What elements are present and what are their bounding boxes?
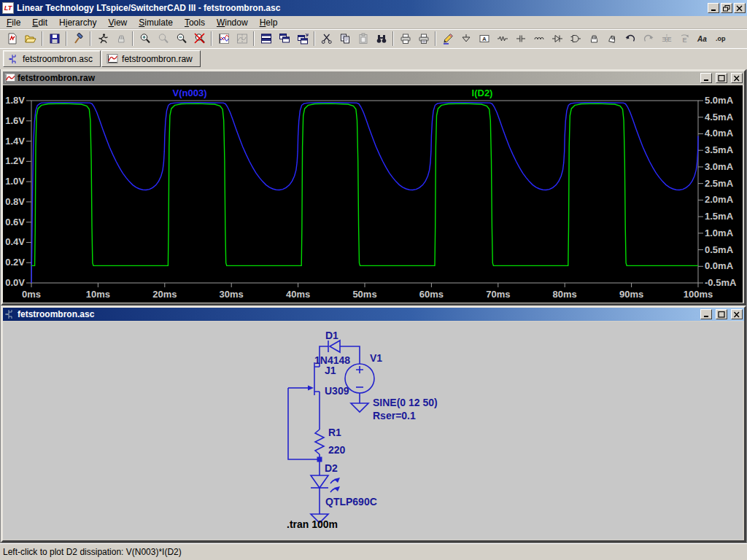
- x-tick-label: 80ms: [553, 289, 577, 300]
- schematic-wires[interactable]: [288, 346, 360, 514]
- menu-simulate[interactable]: Simulate: [133, 16, 179, 29]
- toolbar-separator: [42, 31, 43, 46]
- waveform-window-title-bar[interactable]: fetstroombron.raw: [3, 71, 744, 85]
- control-panel-button[interactable]: [69, 30, 88, 47]
- minimize-button[interactable]: [708, 3, 719, 13]
- toolbar-separator: [392, 31, 394, 46]
- y-left-tick-label: 0.4V: [5, 236, 25, 247]
- y-left-tick-label: 1.2V: [5, 155, 25, 166]
- y-right-tick-label: 3.5mA: [705, 144, 734, 155]
- d1-ref-label[interactable]: D1: [325, 330, 338, 341]
- close-button[interactable]: [734, 3, 746, 13]
- waveform-window: fetstroombron.raw 0ms10ms20ms30ms40ms50m…: [1, 69, 746, 306]
- place-capacitor-button[interactable]: [511, 30, 530, 47]
- waveform-close-button[interactable]: [731, 73, 743, 83]
- plot-pane[interactable]: 0ms10ms20ms30ms40ms50ms60ms70ms80ms90ms1…: [3, 85, 743, 303]
- plot-settings-icon: [218, 33, 230, 44]
- open-button[interactable]: [21, 30, 39, 47]
- menu-tools[interactable]: Tools: [179, 16, 211, 29]
- d2-value-label[interactable]: QTLP690C: [325, 496, 377, 508]
- diode-icon: [551, 33, 563, 44]
- schematic-close-button[interactable]: [731, 309, 743, 319]
- print-button[interactable]: [414, 30, 433, 47]
- j1-ref-label[interactable]: J1: [325, 365, 336, 376]
- place-text-button[interactable]: Aa: [694, 30, 712, 47]
- toolbar-separator: [66, 31, 67, 46]
- y-right-tick-label: 2.5mA: [705, 178, 734, 189]
- trace-label-I(D2)[interactable]: I(D2): [472, 88, 493, 98]
- svg-text:E: E: [662, 36, 666, 43]
- j1-value-label[interactable]: U309: [325, 385, 349, 397]
- cascade-windows-button[interactable]: [275, 30, 293, 47]
- undo-button[interactable]: [621, 30, 639, 47]
- cut-button[interactable]: [317, 30, 336, 47]
- trace-label-V(n003)[interactable]: V(n003): [173, 88, 207, 98]
- d2-led[interactable]: [311, 475, 340, 492]
- restore-button[interactable]: [721, 3, 732, 13]
- save-button[interactable]: [45, 30, 63, 47]
- waveform-minimize-button[interactable]: [700, 73, 712, 83]
- ltspice-application-window: { "window": { "title": "Linear Technolog…: [0, 0, 747, 560]
- zoom-full-extents-button[interactable]: [190, 30, 209, 47]
- zoom-out-button[interactable]: [172, 30, 190, 47]
- spice-directive-button[interactable]: .op: [712, 30, 730, 47]
- new-schematic-icon: [7, 33, 18, 44]
- waveform-plot[interactable]: 0ms10ms20ms30ms40ms50ms60ms70ms80ms90ms1…: [3, 85, 743, 303]
- trace-V(n003): [31, 103, 698, 283]
- schematic-minimize-button[interactable]: [700, 309, 712, 319]
- halt-hand-icon: [115, 33, 127, 44]
- print-preview-button[interactable]: [396, 30, 414, 47]
- tab-fetstroombron-asc[interactable]: fetstroombron.asc: [3, 50, 101, 67]
- x-tick-label: 20ms: [152, 289, 177, 300]
- draw-wire-button[interactable]: [438, 30, 457, 47]
- y-right-tick-label: 0.0mA: [705, 260, 734, 271]
- copy-button[interactable]: [336, 30, 354, 47]
- drag-button[interactable]: [603, 30, 621, 47]
- place-ground-button[interactable]: [457, 30, 475, 47]
- v1-ground-symbol[interactable]: [351, 403, 368, 412]
- menu-window[interactable]: Window: [211, 16, 254, 29]
- place-component-button[interactable]: [566, 30, 584, 47]
- r1-value-label[interactable]: 220: [328, 444, 346, 456]
- new-schematic-button[interactable]: [3, 30, 21, 47]
- place-label-button[interactable]: A: [475, 30, 493, 47]
- place-resistor-button[interactable]: [493, 30, 511, 47]
- menu-hierarchy[interactable]: Hierarchy: [53, 16, 102, 29]
- rotate-icon: E: [679, 33, 691, 44]
- schematic-maximize-button[interactable]: [716, 309, 727, 319]
- schematic-window-title-bar[interactable]: fetstroombron.asc: [3, 308, 744, 321]
- y-left-tick-label: 1.8V: [5, 95, 25, 106]
- waveform-maximize-button[interactable]: [716, 73, 727, 83]
- tile-windows-button[interactable]: [257, 30, 275, 47]
- tran-directive-label[interactable]: .tran 100m: [287, 518, 338, 530]
- zoom-in-button[interactable]: [136, 30, 154, 47]
- cut-scissors-icon: [321, 33, 333, 44]
- r1-ref-label[interactable]: R1: [328, 427, 341, 438]
- place-diode-button[interactable]: [548, 30, 566, 47]
- d1-diode[interactable]: [328, 341, 340, 352]
- menu-edit[interactable]: Edit: [26, 16, 53, 29]
- menu-file[interactable]: File: [1, 16, 26, 29]
- ground-icon: [460, 33, 472, 44]
- tab-fetstroombron-raw[interactable]: fetstroombron.raw: [101, 50, 201, 67]
- place-inductor-button[interactable]: [530, 30, 548, 47]
- text-tool-icon: Aa: [697, 33, 710, 44]
- toolbar-separator: [435, 31, 436, 46]
- arrange-windows-button[interactable]: [293, 30, 311, 47]
- menu-view[interactable]: View: [102, 16, 133, 29]
- schematic-canvas[interactable]: D1 1N4148 V1 J1 U309 SINE(0 12 50) Rser=…: [3, 322, 743, 540]
- move-button[interactable]: [584, 30, 603, 47]
- drag-hand-icon: [606, 33, 618, 44]
- r1-resistor[interactable]: [315, 429, 324, 454]
- run-button[interactable]: [93, 30, 112, 47]
- v1-sine-label[interactable]: SINE(0 12 50): [373, 397, 438, 408]
- find-button[interactable]: [372, 30, 390, 47]
- v1-ref-label[interactable]: V1: [370, 352, 382, 364]
- d2-ref-label[interactable]: D2: [325, 462, 338, 474]
- v1-voltage-source[interactable]: [345, 364, 374, 393]
- j1-jfet[interactable]: [288, 362, 320, 395]
- v1-rser-label[interactable]: Rser=0.1: [373, 410, 416, 421]
- plot-settings-button[interactable]: [214, 30, 233, 47]
- y-right-tick-label: 2.0mA: [705, 194, 734, 205]
- menu-help[interactable]: Help: [254, 16, 284, 29]
